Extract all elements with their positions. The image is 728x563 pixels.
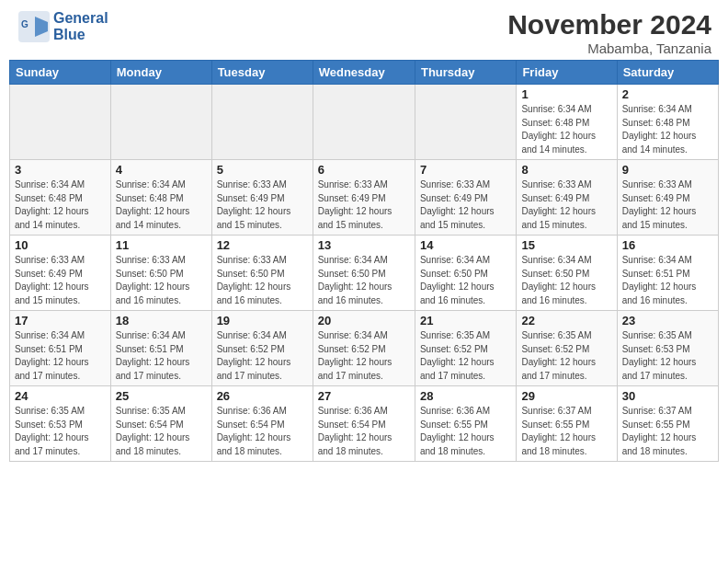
calendar-cell: 28Sunrise: 6:36 AM Sunset: 6:55 PM Dayli… [415, 386, 516, 462]
day-number: 11 [116, 238, 207, 252]
day-number: 4 [116, 163, 207, 177]
day-number: 29 [521, 389, 611, 403]
day-info: Sunrise: 6:37 AM Sunset: 6:55 PM Dayligh… [622, 406, 697, 456]
day-info: Sunrise: 6:34 AM Sunset: 6:51 PM Dayligh… [622, 255, 697, 305]
day-info: Sunrise: 6:34 AM Sunset: 6:50 PM Dayligh… [521, 255, 596, 305]
day-header-wednesday: Wednesday [313, 61, 415, 85]
calendar-cell: 7Sunrise: 6:33 AM Sunset: 6:49 PM Daylig… [415, 160, 516, 236]
month-title: November 2024 [507, 9, 711, 40]
day-number: 20 [318, 314, 410, 327]
day-number: 28 [420, 389, 511, 403]
day-info: Sunrise: 6:35 AM Sunset: 6:52 PM Dayligh… [521, 330, 596, 381]
day-number: 26 [217, 389, 308, 403]
calendar-cell: 3Sunrise: 6:34 AM Sunset: 6:48 PM Daylig… [10, 160, 111, 236]
day-header-saturday: Saturday [617, 61, 718, 85]
calendar-cell: 19Sunrise: 6:34 AM Sunset: 6:52 PM Dayli… [211, 311, 313, 386]
location: Mabamba, Tanzania [507, 40, 711, 56]
calendar-cell: 20Sunrise: 6:34 AM Sunset: 6:52 PM Dayli… [313, 311, 415, 386]
day-info: Sunrise: 6:37 AM Sunset: 6:55 PM Dayligh… [521, 406, 596, 456]
day-info: Sunrise: 6:34 AM Sunset: 6:50 PM Dayligh… [318, 255, 392, 305]
day-header-friday: Friday [517, 61, 617, 85]
day-number: 15 [521, 238, 611, 252]
day-info: Sunrise: 6:34 AM Sunset: 6:51 PM Dayligh… [15, 330, 89, 381]
day-header-thursday: Thursday [415, 61, 516, 85]
day-info: Sunrise: 6:33 AM Sunset: 6:49 PM Dayligh… [420, 179, 495, 230]
day-number: 30 [622, 389, 713, 403]
calendar-cell: 16Sunrise: 6:34 AM Sunset: 6:51 PM Dayli… [617, 236, 718, 311]
day-info: Sunrise: 6:35 AM Sunset: 6:52 PM Dayligh… [420, 330, 495, 381]
day-info: Sunrise: 6:36 AM Sunset: 6:54 PM Dayligh… [318, 406, 392, 456]
day-number: 7 [420, 163, 511, 177]
calendar-cell: 12Sunrise: 6:33 AM Sunset: 6:50 PM Dayli… [211, 236, 313, 311]
day-number: 21 [420, 314, 511, 327]
calendar-cell: 25Sunrise: 6:35 AM Sunset: 6:54 PM Dayli… [110, 386, 211, 462]
calendar-cell: 1Sunrise: 6:34 AM Sunset: 6:48 PM Daylig… [517, 85, 617, 160]
calendar-cell: 22Sunrise: 6:35 AM Sunset: 6:52 PM Dayli… [517, 311, 617, 386]
calendar-cell: 13Sunrise: 6:34 AM Sunset: 6:50 PM Dayli… [313, 236, 415, 311]
day-info: Sunrise: 6:34 AM Sunset: 6:48 PM Dayligh… [521, 104, 596, 155]
day-info: Sunrise: 6:34 AM Sunset: 6:52 PM Dayligh… [217, 330, 291, 381]
day-number: 2 [622, 87, 713, 101]
day-number: 27 [318, 389, 410, 403]
day-info: Sunrise: 6:34 AM Sunset: 6:51 PM Dayligh… [116, 330, 190, 381]
day-number: 12 [217, 238, 308, 252]
calendar-cell: 8Sunrise: 6:33 AM Sunset: 6:49 PM Daylig… [517, 160, 617, 236]
calendar-cell: 15Sunrise: 6:34 AM Sunset: 6:50 PM Dayli… [517, 236, 617, 311]
day-header-sunday: Sunday [10, 61, 111, 85]
title-section: November 2024 Mabamba, Tanzania [507, 9, 711, 56]
day-info: Sunrise: 6:35 AM Sunset: 6:53 PM Dayligh… [622, 330, 697, 381]
day-info: Sunrise: 6:33 AM Sunset: 6:50 PM Dayligh… [116, 255, 190, 305]
day-info: Sunrise: 6:35 AM Sunset: 6:53 PM Dayligh… [15, 406, 89, 456]
day-info: Sunrise: 6:36 AM Sunset: 6:54 PM Dayligh… [217, 406, 291, 456]
calendar-cell: 27Sunrise: 6:36 AM Sunset: 6:54 PM Dayli… [313, 386, 415, 462]
calendar-cell: 21Sunrise: 6:35 AM Sunset: 6:52 PM Dayli… [415, 311, 516, 386]
day-info: Sunrise: 6:34 AM Sunset: 6:48 PM Dayligh… [15, 179, 89, 230]
calendar-cell: 9Sunrise: 6:33 AM Sunset: 6:49 PM Daylig… [617, 160, 718, 236]
calendar-cell [110, 85, 211, 160]
logo-text: General Blue [53, 10, 108, 44]
day-header-tuesday: Tuesday [211, 61, 313, 85]
calendar: SundayMondayTuesdayWednesdayThursdayFrid… [9, 60, 719, 462]
svg-text:G: G [21, 19, 28, 29]
calendar-cell: 14Sunrise: 6:34 AM Sunset: 6:50 PM Dayli… [415, 236, 516, 311]
day-number: 9 [622, 163, 713, 177]
day-info: Sunrise: 6:34 AM Sunset: 6:50 PM Dayligh… [420, 255, 495, 305]
day-info: Sunrise: 6:33 AM Sunset: 6:49 PM Dayligh… [521, 179, 596, 230]
calendar-cell: 26Sunrise: 6:36 AM Sunset: 6:54 PM Dayli… [211, 386, 313, 462]
day-info: Sunrise: 6:34 AM Sunset: 6:48 PM Dayligh… [116, 179, 190, 230]
calendar-cell [10, 85, 111, 160]
day-number: 13 [318, 238, 410, 252]
logo: G General Blue [17, 9, 108, 44]
day-number: 24 [15, 389, 106, 403]
calendar-cell: 5Sunrise: 6:33 AM Sunset: 6:49 PM Daylig… [211, 160, 313, 236]
logo-icon: G [17, 9, 51, 44]
day-number: 6 [318, 163, 410, 177]
calendar-cell: 6Sunrise: 6:33 AM Sunset: 6:49 PM Daylig… [313, 160, 415, 236]
day-info: Sunrise: 6:33 AM Sunset: 6:49 PM Dayligh… [15, 255, 89, 305]
day-number: 23 [622, 314, 713, 327]
day-info: Sunrise: 6:33 AM Sunset: 6:49 PM Dayligh… [622, 179, 697, 230]
day-header-monday: Monday [110, 61, 211, 85]
day-number: 8 [521, 163, 611, 177]
calendar-cell: 23Sunrise: 6:35 AM Sunset: 6:53 PM Dayli… [617, 311, 718, 386]
day-number: 19 [217, 314, 308, 327]
calendar-cell: 18Sunrise: 6:34 AM Sunset: 6:51 PM Dayli… [110, 311, 211, 386]
day-number: 1 [521, 87, 611, 101]
day-number: 18 [116, 314, 207, 327]
calendar-cell: 2Sunrise: 6:34 AM Sunset: 6:48 PM Daylig… [617, 85, 718, 160]
calendar-cell: 30Sunrise: 6:37 AM Sunset: 6:55 PM Dayli… [617, 386, 718, 462]
calendar-cell [415, 85, 516, 160]
calendar-cell: 4Sunrise: 6:34 AM Sunset: 6:48 PM Daylig… [110, 160, 211, 236]
day-info: Sunrise: 6:36 AM Sunset: 6:55 PM Dayligh… [420, 406, 495, 456]
calendar-cell: 17Sunrise: 6:34 AM Sunset: 6:51 PM Dayli… [10, 311, 111, 386]
day-number: 25 [116, 389, 207, 403]
day-info: Sunrise: 6:33 AM Sunset: 6:49 PM Dayligh… [318, 179, 392, 230]
day-number: 16 [622, 238, 713, 252]
day-number: 22 [521, 314, 611, 327]
header: G General Blue November 2024 Mabamba, Ta… [0, 0, 728, 60]
calendar-cell: 29Sunrise: 6:37 AM Sunset: 6:55 PM Dayli… [517, 386, 617, 462]
calendar-cell: 11Sunrise: 6:33 AM Sunset: 6:50 PM Dayli… [110, 236, 211, 311]
calendar-cell: 24Sunrise: 6:35 AM Sunset: 6:53 PM Dayli… [10, 386, 111, 462]
day-number: 5 [217, 163, 308, 177]
calendar-cell [211, 85, 313, 160]
